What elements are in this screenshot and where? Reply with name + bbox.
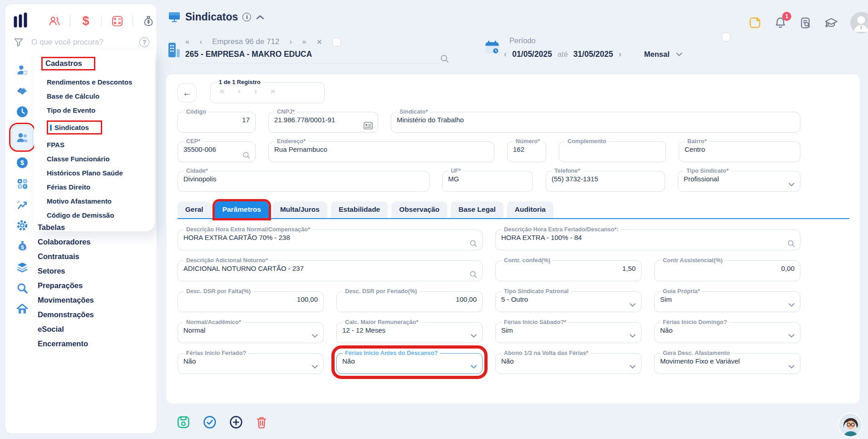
- field-dsr-feriado[interactable]: Desc. DSR por Feriado(%) 100,00: [336, 289, 483, 312]
- tab-auditoria[interactable]: Auditoria: [507, 201, 553, 218]
- field-codigo[interactable]: Código 17: [178, 109, 256, 133]
- company-checkbox[interactable]: [332, 38, 341, 46]
- record-prev-button[interactable]: ‹: [238, 86, 241, 96]
- menu-item-motivo-afastamento[interactable]: Motivo Afastamento: [41, 194, 150, 208]
- company-first-button[interactable]: «: [185, 37, 189, 46]
- company-search-icon[interactable]: [439, 54, 449, 64]
- company-name[interactable]: 265 - EMPRESA - MAKRO EDUCA: [185, 50, 442, 59]
- trending-up-icon[interactable]: [15, 197, 30, 212]
- sidebar-search[interactable]: O que você procura? ?: [5, 32, 157, 51]
- tab-estabilidade[interactable]: Estabilidade: [331, 201, 388, 218]
- tab-geral[interactable]: Geral: [178, 201, 211, 218]
- person-gear-icon[interactable]: [15, 62, 30, 78]
- collapse-chevron-up-icon[interactable]: [256, 15, 265, 20]
- field-normal-academico[interactable]: Normal/Acadêmico* Normal: [178, 319, 324, 343]
- field-tipo-sindicato-patronal[interactable]: Tipo Sindicato Patronal 5 - Outro: [495, 289, 641, 312]
- home-icon[interactable]: [15, 301, 30, 317]
- period-end-date[interactable]: 31/05/2025: [573, 50, 613, 59]
- section-colaboradores[interactable]: Colaboradores: [38, 235, 94, 249]
- money-bag-icon[interactable]: [141, 13, 156, 29]
- field-complemento[interactable]: Complemento: [559, 139, 666, 162]
- info-icon[interactable]: i: [242, 13, 251, 21]
- field-ferias-inicio-feriado[interactable]: Férias Inicio Feriado? Não: [178, 350, 324, 374]
- menu-item-tipo-evento[interactable]: Tipo de Evento: [41, 103, 150, 117]
- delete-button[interactable]: [255, 415, 268, 429]
- chevron-down-icon[interactable]: [470, 332, 478, 339]
- clock-icon[interactable]: [15, 104, 30, 120]
- field-ferias-inicio-domingo[interactable]: Férias Inicio Domingo? Não: [654, 319, 800, 343]
- menu-item-historicos-plano-saude[interactable]: Históricos Plano Saúde: [41, 166, 150, 180]
- field-desc-adicional-noturno[interactable]: Descrição Adicional Noturno* ADICIONAL N…: [178, 258, 483, 281]
- back-button[interactable]: ←: [178, 83, 197, 102]
- section-contratuais[interactable]: Contratuais: [38, 249, 94, 264]
- field-bairro[interactable]: Bairro* Centro: [679, 139, 800, 162]
- record-last-button[interactable]: »: [271, 86, 275, 96]
- field-cidade[interactable]: Cidade* Divinopolis: [178, 168, 429, 192]
- company-prev-button[interactable]: ‹: [199, 37, 202, 46]
- tab-observacao[interactable]: Observação: [391, 201, 447, 218]
- company-last-button[interactable]: »: [302, 37, 306, 46]
- field-telefone[interactable]: Telefone* (55) 3732-1315: [546, 168, 665, 192]
- chevron-down-icon[interactable]: [788, 363, 795, 370]
- section-setores[interactable]: Setores: [38, 264, 94, 279]
- field-contr-confed[interactable]: Contr. confed(%) 1,50: [495, 258, 641, 281]
- chevron-down-icon[interactable]: [629, 363, 636, 370]
- field-numero[interactable]: Número* 162: [507, 139, 546, 162]
- dollar-circle-icon[interactable]: $: [15, 155, 30, 170]
- save-button[interactable]: [176, 415, 191, 429]
- money-bag-blue-icon[interactable]: $: [15, 239, 30, 254]
- menu-item-ferias-direito[interactable]: Férias Direito: [41, 180, 150, 194]
- record-next-button[interactable]: ›: [254, 86, 257, 96]
- period-prev-button[interactable]: ‹: [504, 49, 507, 59]
- notes-icon[interactable]: [748, 16, 762, 30]
- field-dsr-falta[interactable]: Desc. DSR por Falta(%) 100,00: [178, 289, 324, 312]
- training-cap-icon[interactable]: [824, 16, 838, 30]
- cep-search-icon[interactable]: [242, 151, 251, 160]
- layers-icon[interactable]: [15, 259, 30, 275]
- period-start-date[interactable]: 01/05/2025: [512, 50, 552, 59]
- menu-item-base-calculo[interactable]: Base de Cálculo: [41, 89, 150, 103]
- search-placeholder[interactable]: O que você procura?: [31, 38, 132, 47]
- assistant-avatar[interactable]: [838, 413, 863, 437]
- period-next-button[interactable]: ›: [618, 49, 621, 59]
- people-module-icon[interactable]: [11, 125, 33, 150]
- field-desc-hora-extra-feriado[interactable]: Descrição Hora Extra Feriado/Descanso*: …: [495, 227, 800, 250]
- field-ferias-inicio-sabado[interactable]: Férias Inicio Sábado?* Sim: [495, 319, 641, 343]
- lookup-search-icon[interactable]: [469, 270, 478, 279]
- period-checkbox[interactable]: [722, 33, 730, 41]
- field-desc-hora-extra-normal[interactable]: Descrição Hora Extra Normal/Compensação*…: [178, 227, 483, 250]
- chevron-down-icon[interactable]: [311, 332, 319, 339]
- add-record-button[interactable]: [229, 415, 243, 429]
- tab-parametros[interactable]: Parâmetros: [215, 201, 269, 218]
- field-uf[interactable]: UF* MG: [442, 168, 533, 192]
- menu-item-classe-funcionario[interactable]: Classe Funcionário: [41, 152, 150, 166]
- field-cep[interactable]: CEP* 35500-006: [178, 139, 256, 162]
- menu-item-rendimentos[interactable]: Rendimentos e Descontos: [41, 75, 150, 89]
- section-movimentacoes[interactable]: Movimentações: [38, 293, 94, 308]
- lookup-search-icon[interactable]: [469, 239, 478, 248]
- field-abono-volta-ferias[interactable]: Abono 1/3 na Volta das Férias* Não: [495, 350, 641, 374]
- field-contr-assistencial[interactable]: Contr Assistencial(%) 0,00: [654, 258, 800, 281]
- field-gera-desc-afastamento[interactable]: Gera Desc. Afastamento Movimento Fixo e …: [654, 350, 800, 374]
- chevron-down-icon[interactable]: [788, 180, 795, 188]
- calc-grid-icon[interactable]: [15, 176, 30, 191]
- payroll-dollar-icon[interactable]: $: [78, 13, 94, 29]
- company-clear-button[interactable]: ✕: [316, 38, 322, 46]
- help-icon[interactable]: ?: [139, 37, 149, 47]
- user-avatar[interactable]: [850, 12, 868, 34]
- filter-icon[interactable]: [13, 37, 24, 48]
- section-preparacoes[interactable]: Preparações: [38, 279, 94, 293]
- field-sindicato[interactable]: Sindicato* Ministério do Trabalho: [391, 109, 800, 133]
- section-tabelas[interactable]: Tabelas: [38, 220, 94, 235]
- section-esocial[interactable]: eSocial: [38, 322, 94, 337]
- record-first-button[interactable]: «: [220, 86, 224, 96]
- handshake-icon[interactable]: [15, 83, 30, 99]
- audit-log-icon[interactable]: [799, 16, 812, 30]
- period-mode-chevron-down-icon[interactable]: [675, 50, 683, 58]
- chevron-down-icon[interactable]: [470, 363, 478, 370]
- notifications-bell-icon[interactable]: 1: [774, 16, 787, 30]
- menu-title[interactable]: Cadastros: [45, 59, 82, 67]
- section-demonstracoes[interactable]: Demonstrações: [38, 308, 94, 322]
- confirm-button[interactable]: [202, 415, 217, 429]
- section-encerramento[interactable]: Encerramento: [38, 337, 94, 351]
